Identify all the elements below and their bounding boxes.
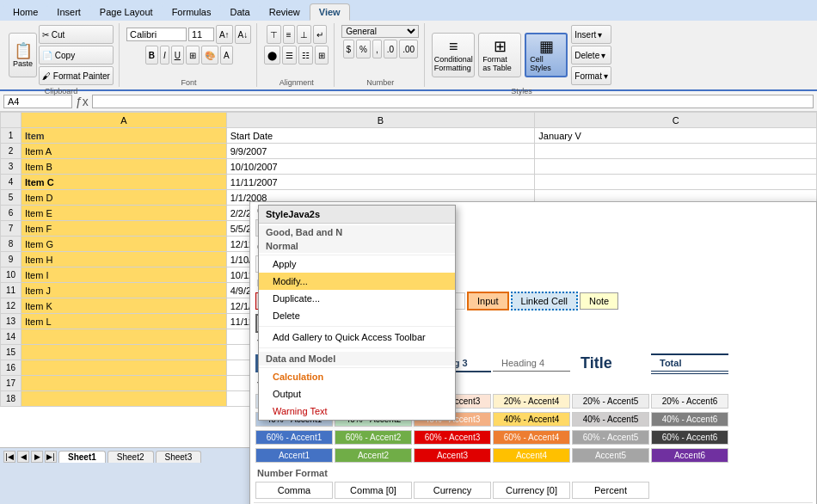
style-currency[interactable]: Currency bbox=[414, 482, 491, 499]
tab-insert[interactable]: Insert bbox=[47, 3, 90, 21]
sheet-tab-1[interactable]: Sheet1 bbox=[58, 451, 106, 463]
grid-cell[interactable]: Item K bbox=[22, 298, 227, 314]
grid-cell[interactable]: Item A bbox=[22, 144, 227, 159]
col-header-b[interactable]: B bbox=[226, 113, 535, 128]
grid-cell[interactable] bbox=[22, 391, 227, 407]
align-right-button[interactable]: ☷ bbox=[298, 46, 313, 65]
font-color-button[interactable]: A bbox=[220, 46, 233, 65]
grid-cell[interactable]: Item I bbox=[22, 267, 227, 283]
format-as-table-button[interactable]: ⊞ Format as Table bbox=[478, 33, 521, 77]
align-center-button[interactable]: ☰ bbox=[282, 46, 297, 65]
name-box[interactable] bbox=[3, 95, 72, 108]
grid-cell[interactable] bbox=[22, 376, 227, 391]
format-button[interactable]: Format ▾ bbox=[571, 66, 611, 85]
grid-cell[interactable]: Item G bbox=[22, 237, 227, 252]
menu-duplicate[interactable]: Duplicate... bbox=[259, 290, 455, 307]
style-linked-cell[interactable]: Linked Cell bbox=[511, 292, 578, 310]
menu-apply[interactable]: Apply bbox=[259, 255, 455, 273]
col-header-c[interactable]: C bbox=[535, 113, 817, 128]
style-accent4[interactable]: Accent4 bbox=[493, 448, 570, 463]
grid-cell[interactable]: 9/9/2007 bbox=[226, 144, 535, 159]
style-title[interactable]: Title bbox=[572, 352, 649, 375]
decrease-font-button[interactable]: A↓ bbox=[235, 25, 252, 44]
border-button[interactable]: ⊞ bbox=[186, 46, 200, 65]
sheet-tab-2[interactable]: Sheet2 bbox=[108, 451, 154, 463]
style-input[interactable]: Input bbox=[467, 292, 508, 310]
grid-cell[interactable]: Item D bbox=[22, 190, 227, 206]
tab-view[interactable]: View bbox=[310, 3, 350, 21]
grid-cell[interactable]: Item bbox=[22, 128, 227, 144]
style-accent5[interactable]: Accent5 bbox=[572, 448, 649, 463]
align-bottom-button[interactable]: ⊥ bbox=[297, 25, 311, 44]
wrap-text-button[interactable]: ↵ bbox=[313, 25, 327, 44]
grid-cell[interactable]: January V bbox=[535, 128, 817, 144]
style-40-accent5[interactable]: 40% - Accent5 bbox=[572, 412, 649, 427]
number-format-select[interactable]: General bbox=[341, 25, 419, 38]
grid-cell[interactable]: 11/11/2007 bbox=[226, 175, 535, 190]
decrease-decimal-button[interactable]: .00 bbox=[399, 40, 418, 58]
paste-button[interactable]: 📋 Paste bbox=[9, 33, 37, 77]
tab-nav-first[interactable]: |◀ bbox=[3, 451, 15, 463]
tab-data[interactable]: Data bbox=[220, 3, 259, 21]
comma-button[interactable]: , bbox=[372, 40, 382, 58]
tab-nav-next[interactable]: ▶ bbox=[31, 451, 43, 463]
style-currency0[interactable]: Currency [0] bbox=[493, 482, 570, 499]
menu-add-gallery[interactable]: Add Gallery to Quick Access Toolbar bbox=[259, 329, 455, 346]
grid-cell[interactable] bbox=[22, 360, 227, 376]
style-accent3[interactable]: Accent3 bbox=[414, 448, 491, 463]
style-20-accent4[interactable]: 20% - Accent4 bbox=[493, 394, 570, 409]
menu-calculation[interactable]: Calculation bbox=[259, 368, 455, 385]
cut-button[interactable]: ✂ Cut bbox=[39, 25, 114, 44]
grid-cell[interactable]: Item L bbox=[22, 314, 227, 329]
conditional-formatting-button[interactable]: ≡ Conditional Formatting bbox=[432, 33, 475, 77]
grid-cell[interactable] bbox=[535, 175, 817, 190]
italic-button[interactable]: I bbox=[160, 46, 169, 65]
style-comma0[interactable]: Comma [0] bbox=[335, 482, 412, 499]
grid-cell[interactable] bbox=[535, 144, 817, 159]
tab-home[interactable]: Home bbox=[3, 3, 47, 21]
formula-input[interactable] bbox=[92, 95, 814, 108]
cell-styles-button[interactable]: ▦ Cell Styles bbox=[525, 33, 568, 77]
style-60-accent5[interactable]: 60% - Accent5 bbox=[572, 430, 649, 445]
style-20-accent5[interactable]: 20% - Accent5 bbox=[572, 394, 649, 409]
style-20-accent6[interactable]: 20% - Accent6 bbox=[651, 394, 728, 409]
style-comma[interactable]: Comma bbox=[255, 482, 333, 499]
sheet-tab-3[interactable]: Sheet3 bbox=[156, 451, 202, 463]
font-size-input[interactable] bbox=[188, 28, 214, 41]
copy-button[interactable]: 📄 Copy bbox=[39, 46, 114, 65]
style-60-accent4[interactable]: 60% - Accent4 bbox=[493, 430, 570, 445]
tab-nav-prev[interactable]: ◀ bbox=[17, 451, 29, 463]
align-middle-button[interactable]: ≡ bbox=[283, 25, 295, 44]
currency-button[interactable]: $ bbox=[343, 40, 355, 58]
delete-button[interactable]: Delete ▾ bbox=[571, 46, 611, 65]
increase-font-button[interactable]: A↑ bbox=[216, 25, 233, 44]
style-accent1[interactable]: Accent1 bbox=[255, 448, 333, 463]
grid-cell[interactable]: 10/10/2007 bbox=[226, 159, 535, 175]
increase-decimal-button[interactable]: .0 bbox=[384, 40, 397, 58]
style-note[interactable]: Note bbox=[580, 292, 618, 310]
grid-cell[interactable]: Item C bbox=[22, 175, 227, 190]
tab-page-layout[interactable]: Page Layout bbox=[90, 3, 163, 21]
menu-delete[interactable]: Delete bbox=[259, 307, 455, 324]
style-60-accent6[interactable]: 60% - Accent6 bbox=[651, 430, 728, 445]
style-accent2[interactable]: Accent2 bbox=[335, 448, 412, 463]
style-60-accent3[interactable]: 60% - Accent3 bbox=[414, 430, 491, 445]
merge-cells-button[interactable]: ⊞ bbox=[315, 46, 329, 65]
menu-warning-text[interactable]: Warning Text bbox=[259, 403, 455, 420]
style-total[interactable]: Total bbox=[651, 353, 728, 374]
grid-cell[interactable]: Item H bbox=[22, 252, 227, 267]
grid-cell[interactable] bbox=[22, 329, 227, 345]
tab-nav-last[interactable]: ▶| bbox=[45, 451, 57, 463]
font-name-input[interactable] bbox=[126, 28, 187, 41]
menu-output[interactable]: Output bbox=[259, 385, 455, 403]
style-60-accent1[interactable]: 60% - Accent1 bbox=[255, 430, 333, 445]
underline-button[interactable]: U bbox=[171, 46, 184, 65]
tab-review[interactable]: Review bbox=[260, 3, 310, 21]
style-accent6[interactable]: Accent6 bbox=[651, 448, 728, 463]
tab-formulas[interactable]: Formulas bbox=[163, 3, 221, 21]
style-40-accent4[interactable]: 40% - Accent4 bbox=[493, 412, 570, 427]
menu-modify[interactable]: Modify... bbox=[259, 273, 455, 290]
percent-button[interactable]: % bbox=[356, 40, 371, 58]
align-left-button[interactable]: ⬤ bbox=[264, 46, 280, 65]
align-top-button[interactable]: ⊤ bbox=[267, 25, 281, 44]
